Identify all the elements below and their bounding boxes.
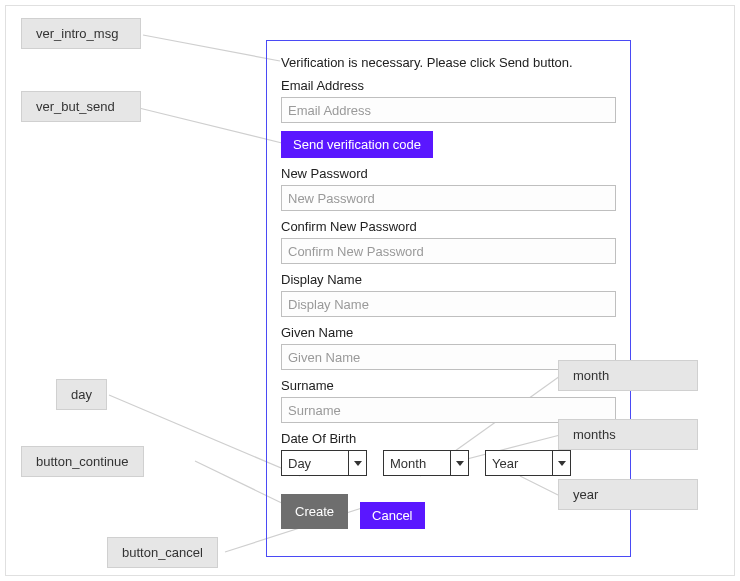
send-verification-button[interactable]: Send verification code bbox=[281, 131, 433, 158]
callout-months: months bbox=[558, 419, 698, 450]
confirm-password-input[interactable] bbox=[281, 238, 616, 264]
new-password-input[interactable] bbox=[281, 185, 616, 211]
create-button[interactable]: Create bbox=[281, 494, 348, 529]
dob-month-select[interactable]: Month bbox=[383, 450, 469, 476]
callout-month: month bbox=[558, 360, 698, 391]
display-name-label: Display Name bbox=[281, 272, 616, 287]
verification-intro-msg: Verification is necessary. Please click … bbox=[281, 55, 616, 70]
display-name-input[interactable] bbox=[281, 291, 616, 317]
callout-day: day bbox=[56, 379, 107, 410]
new-password-label: New Password bbox=[281, 166, 616, 181]
cancel-button[interactable]: Cancel bbox=[360, 502, 424, 529]
dob-row: Day Month Year bbox=[281, 450, 616, 476]
email-label: Email Address bbox=[281, 78, 616, 93]
callout-ver-but-send: ver_but_send bbox=[21, 91, 141, 122]
chevron-down-icon bbox=[450, 451, 468, 475]
dob-year-value: Year bbox=[492, 456, 518, 471]
confirm-password-label: Confirm New Password bbox=[281, 219, 616, 234]
dob-day-value: Day bbox=[288, 456, 311, 471]
dob-day-select[interactable]: Day bbox=[281, 450, 367, 476]
given-name-label: Given Name bbox=[281, 325, 616, 340]
callout-year: year bbox=[558, 479, 698, 510]
chevron-down-icon bbox=[348, 451, 366, 475]
email-input[interactable] bbox=[281, 97, 616, 123]
callout-ver-intro-msg: ver_intro_msg bbox=[21, 18, 141, 49]
callout-button-cancel: button_cancel bbox=[107, 537, 218, 568]
dob-month-value: Month bbox=[390, 456, 426, 471]
chevron-down-icon bbox=[552, 451, 570, 475]
dob-year-select[interactable]: Year bbox=[485, 450, 571, 476]
callout-button-continue: button_continue bbox=[21, 446, 144, 477]
